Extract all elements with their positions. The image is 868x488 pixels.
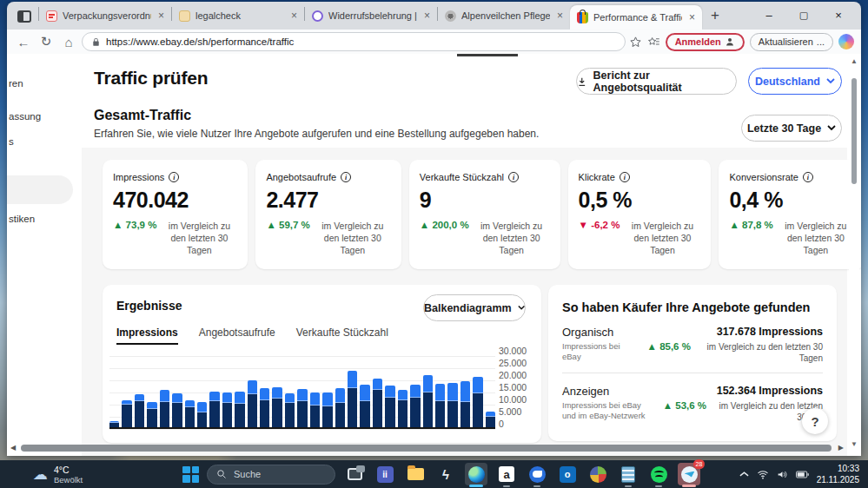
stat-card-impressions: Impressionsi 470.042 ▲ 73,9 %im Vergleic… — [103, 160, 248, 269]
thunderbird-icon[interactable] — [526, 463, 548, 485]
cloud-icon: ☁ — [33, 465, 48, 484]
lock-icon — [91, 37, 101, 47]
copilot-icon[interactable] — [838, 34, 854, 49]
wifi-icon[interactable] — [757, 470, 769, 479]
sidebar-item-active[interactable] — [7, 175, 73, 204]
browser-tab-strip: Verpackungsverordnung_Hin × legalcheck ×… — [7, 2, 861, 30]
sidebar-item[interactable]: s — [9, 136, 14, 147]
taskbar-tray: 10:33 21.11.2025 — [739, 460, 859, 488]
weather-widget[interactable]: ☁ 4°C Bewölkt — [33, 465, 83, 485]
found-row-value: 152.364 Impressions — [663, 385, 823, 397]
vertical-scrollbar-thumb[interactable] — [851, 78, 857, 184]
window-minimize-button[interactable]: – — [752, 9, 786, 22]
browser-tab[interactable]: legalcheck × — [172, 4, 304, 27]
stat-card-conversion-rate: Konversionsratei 0,4 % ▲ 87,8 %im Vergle… — [719, 160, 861, 269]
back-icon[interactable]: ← — [14, 35, 33, 49]
vertical-scrollbar[interactable]: ▲ ▼ — [849, 54, 859, 453]
battery-icon[interactable] — [796, 471, 809, 478]
scroll-right-icon[interactable]: ▶ — [838, 444, 844, 452]
stat-label: Konversionsrate — [729, 172, 798, 182]
tab-close-icon[interactable]: × — [289, 10, 299, 22]
chart-bar — [185, 400, 195, 427]
chart-bar — [473, 377, 482, 428]
taskbar-search[interactable]: Suche — [207, 465, 335, 485]
clock-date: 21.11.2025 — [817, 474, 859, 485]
window-close-button[interactable]: × — [821, 9, 856, 22]
browser-tab[interactable]: Widerrufsbelehrung | Design × — [305, 4, 437, 27]
spotify-icon[interactable] — [647, 463, 670, 485]
clock-time: 10:33 — [817, 463, 859, 474]
teams-icon[interactable]: ii — [374, 463, 396, 485]
tab-impressions[interactable]: Impressions — [116, 326, 178, 345]
update-button[interactable]: Aktualisieren ... — [750, 33, 833, 51]
horizontal-scrollbar[interactable]: ◀ ▶ — [10, 444, 844, 452]
task-view-button[interactable] — [343, 463, 366, 485]
telegram-icon[interactable]: 28 — [678, 463, 700, 485]
chart-bar — [160, 390, 169, 427]
chart-ytick-label: 20.000 — [499, 370, 527, 380]
favorite-star-icon[interactable] — [629, 36, 642, 49]
new-tab-button[interactable]: + — [711, 7, 719, 24]
info-icon[interactable]: i — [803, 172, 813, 182]
info-icon[interactable]: i — [620, 172, 630, 182]
report-quality-button[interactable]: Bericht zur Angebotsqualität — [576, 68, 737, 95]
chart-ytick-label: 15.000 — [499, 382, 527, 392]
browser-tab[interactable]: Alpenveilchen Pflege Tipps × — [438, 4, 570, 27]
chart-bar — [109, 421, 119, 427]
scroll-up-icon[interactable]: ▲ — [849, 57, 859, 65]
chart-bar — [447, 383, 457, 427]
info-icon[interactable]: i — [508, 172, 519, 182]
edge-browser-icon[interactable] — [465, 463, 487, 485]
results-card: Ergebnisse Balkendiagramm Impressions An… — [103, 285, 541, 443]
chart-bar — [209, 392, 219, 427]
help-button[interactable]: ? — [802, 408, 828, 434]
tab-listing-views[interactable]: Angebotsaufrufe — [199, 326, 275, 345]
chart-bar — [360, 385, 369, 427]
tray-chevron-up-icon[interactable] — [739, 471, 749, 478]
refresh-icon[interactable]: ↻ — [36, 34, 56, 49]
tab-search-workspaces-icon[interactable] — [17, 10, 31, 23]
scroll-down-icon[interactable]: ▼ — [849, 440, 859, 448]
sidebar-item[interactable]: assung — [9, 111, 41, 122]
trend-value: ▲ 200,0 % — [420, 220, 469, 230]
date-range-dropdown[interactable]: Letzte 30 Tage — [741, 115, 842, 142]
scroll-left-icon[interactable]: ◀ — [10, 444, 16, 452]
address-bar[interactable]: https://www.ebay.de/sh/performance/traff… — [82, 32, 626, 51]
window-maximize-button[interactable]: ▢ — [786, 10, 821, 21]
browser-tab[interactable]: Verpackungsverordnung_Hin × — [39, 4, 171, 27]
chart-bar — [297, 389, 307, 427]
tab-close-icon[interactable]: × — [422, 10, 432, 22]
volume-icon[interactable] — [777, 470, 788, 479]
amazon-icon[interactable]: a — [495, 463, 518, 485]
signin-button[interactable]: Anmelden — [666, 33, 745, 51]
chart-bar — [348, 371, 357, 427]
tab-close-icon[interactable]: × — [555, 10, 565, 22]
info-icon[interactable]: i — [341, 172, 351, 182]
browser-tab-active[interactable]: Performance & Traffic - Verkä × — [570, 5, 702, 30]
tab-close-icon[interactable]: × — [687, 11, 697, 23]
sidebar-item[interactable]: ren — [9, 78, 23, 89]
trend-compare-text: im Vergleich zu den letzten 30 Tagen — [695, 341, 823, 364]
taskbar: ☁ 4°C Bewölkt Suche ii ϟ a o 28 — [0, 460, 868, 488]
info-icon[interactable]: i — [169, 172, 179, 182]
found-row-desc: Impressions bei eBay und im eBay-Netzwer… — [562, 400, 656, 422]
lightning-app-icon[interactable]: ϟ — [434, 463, 457, 485]
stat-value: 2.477 — [266, 188, 390, 213]
chart-bar — [322, 392, 332, 427]
chart-bar — [385, 386, 394, 427]
tab-quantity-sold[interactable]: Verkaufte Stückzahl — [296, 326, 388, 345]
taskbar-clock[interactable]: 10:33 21.11.2025 — [817, 463, 859, 485]
home-icon[interactable]: ⌂ — [59, 35, 78, 49]
file-explorer-icon[interactable] — [404, 463, 427, 485]
tab-close-icon[interactable]: × — [156, 10, 166, 22]
outlook-icon[interactable]: o — [556, 463, 579, 485]
horizontal-scrollbar-thumb[interactable] — [21, 445, 832, 452]
password-manager-icon[interactable] — [586, 463, 609, 485]
notes-app-icon[interactable] — [617, 463, 639, 485]
start-button[interactable] — [182, 466, 199, 483]
download-icon — [577, 76, 587, 87]
chart-type-dropdown[interactable]: Balkendiagramm — [423, 294, 526, 321]
collections-star-icon[interactable] — [647, 36, 660, 49]
country-dropdown[interactable]: Deutschland — [748, 68, 842, 95]
sidebar-item[interactable]: stiken — [9, 214, 35, 224]
